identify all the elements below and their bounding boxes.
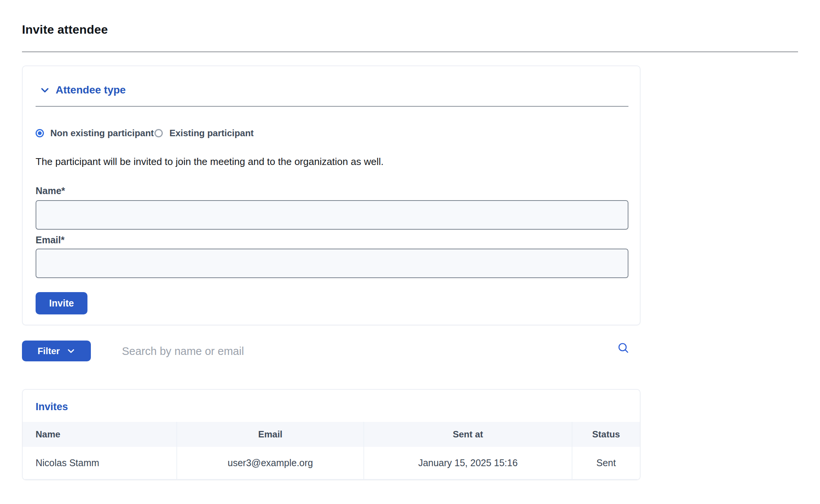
cell-sent-at: January 15, 2025 15:16 — [363, 447, 572, 480]
name-field-label: Name* — [36, 185, 65, 196]
cell-name: Nicolas Stamm — [23, 447, 176, 480]
cell-email: user3@example.org — [176, 447, 363, 480]
attendee-type-radio-group: Non existing participant Existing partic… — [36, 128, 254, 138]
filter-button-label: Filter — [37, 346, 60, 356]
name-input[interactable] — [36, 200, 628, 230]
page-title: Invite attendee — [22, 23, 108, 37]
chevron-down-icon — [40, 85, 50, 95]
radio-existing-participant[interactable] — [154, 129, 163, 137]
invite-description: The participant will be invited to join … — [36, 156, 383, 168]
section-title: Attendee type — [56, 84, 126, 96]
email-field-label: Email* — [36, 235, 64, 246]
invites-title: Invites — [36, 401, 68, 413]
radio-label-non-existing: Non existing participant — [50, 128, 154, 138]
column-header-name: Name — [23, 422, 176, 447]
title-divider — [22, 51, 798, 52]
table-header-row: Name Email Sent at Status — [23, 422, 640, 447]
radio-non-existing-participant[interactable] — [36, 129, 44, 137]
email-input[interactable] — [36, 249, 628, 278]
search-input[interactable] — [121, 339, 607, 363]
section-divider — [36, 106, 628, 107]
chevron-down-icon — [67, 347, 75, 355]
column-header-sent-at: Sent at — [363, 422, 572, 447]
attendee-type-toggle[interactable]: Attendee type — [40, 84, 126, 96]
invites-table: Name Email Sent at Status Nicolas Stamm … — [23, 422, 640, 480]
attendee-type-card: Attendee type Non existing participant E… — [22, 65, 641, 325]
search-icon[interactable] — [616, 341, 631, 355]
radio-label-existing: Existing participant — [169, 128, 254, 138]
table-row: Nicolas Stamm user3@example.org January … — [23, 447, 640, 480]
invite-button[interactable]: Invite — [36, 292, 87, 314]
filter-button[interactable]: Filter — [22, 341, 91, 361]
column-header-email: Email — [176, 422, 363, 447]
invites-card: Invites Name Email Sent at Status Nicola… — [22, 389, 641, 480]
column-header-status: Status — [572, 422, 640, 447]
cell-status: Sent — [572, 447, 640, 480]
